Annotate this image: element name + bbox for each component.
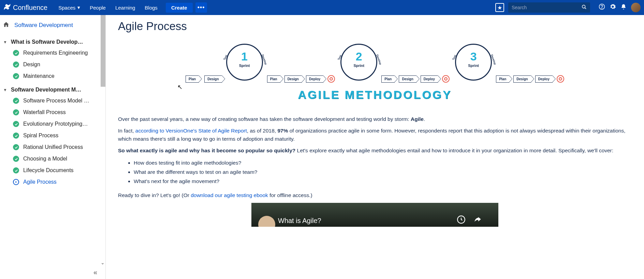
- search-input[interactable]: [512, 5, 582, 10]
- tree-section-what-is[interactable]: ▾ What is Software Develop…: [3, 39, 101, 45]
- step-design: Design: [204, 75, 222, 83]
- bullet-list: How does testing fit into agile methodol…: [134, 158, 632, 186]
- gear-icon: [610, 3, 616, 12]
- section-label: What is Software Develop…: [11, 39, 83, 45]
- check-circle-icon: [13, 109, 19, 115]
- check-circle-icon: [13, 73, 19, 79]
- sprint-cycle: 2SprintTestDevelop: [338, 42, 379, 83]
- step-deploy: Deploy: [421, 75, 438, 83]
- tree-page-item[interactable]: Spiral Process: [13, 130, 101, 141]
- section-label: Software Development M…: [11, 87, 81, 93]
- text: Ready to dive in? Let's go! (Or: [118, 192, 191, 198]
- check-circle-icon: [13, 61, 19, 68]
- share-icon[interactable]: [473, 215, 482, 225]
- tree-section-models[interactable]: ▾ Software Development M…: [3, 87, 101, 93]
- help-button[interactable]: [596, 2, 607, 13]
- collapse-sidebar-button[interactable]: «: [93, 268, 97, 276]
- tree-page-label: Design: [23, 61, 40, 68]
- nav-learning-label: Learning: [115, 5, 135, 11]
- confluence-icon: [3, 3, 11, 12]
- product-logo[interactable]: Confluence: [3, 3, 47, 12]
- bell-icon: [620, 4, 627, 12]
- chevron-down-icon: ▾: [3, 40, 8, 44]
- sprint-block: PlanDesign1SprintTestDevelopPlanDesignDe…: [186, 42, 335, 83]
- svg-line-1: [585, 8, 586, 9]
- tree-page-item[interactable]: Design: [13, 59, 101, 70]
- tree-page-item[interactable]: Choosing a Model: [13, 153, 101, 165]
- create-button[interactable]: Create: [166, 3, 193, 13]
- tree-page-item[interactable]: Agile Process: [13, 176, 101, 188]
- check-circle-icon: [13, 132, 19, 139]
- more-actions-button[interactable]: •••: [195, 2, 207, 13]
- hero-title: AGILE METHODOLOGY: [298, 88, 452, 101]
- page-title: Agile Process: [118, 20, 632, 33]
- download-link[interactable]: download our agile testing ebook: [191, 192, 268, 198]
- external-link[interactable]: according to VersionOne's State of Agile…: [135, 128, 247, 134]
- tree-page-item[interactable]: Waterfall Process: [13, 107, 101, 118]
- tree-page-label: Maintenance: [23, 73, 55, 79]
- step-plan: Plan: [496, 75, 509, 83]
- check-circle-icon: [13, 156, 19, 162]
- tree-page-item[interactable]: Rational Unified Process: [13, 141, 101, 153]
- text: Over the past several years, a new way o…: [118, 116, 411, 122]
- step-plan: Plan: [381, 75, 395, 83]
- tree-page-item[interactable]: Maintenance: [13, 70, 101, 82]
- sprint-number: 2: [338, 50, 379, 63]
- text: for offline access.): [268, 192, 312, 198]
- tree-page-label: Spiral Process: [23, 132, 58, 139]
- nav-spaces[interactable]: Spaces ▾: [54, 0, 85, 15]
- tree-page-label: Waterfall Process: [23, 109, 66, 115]
- user-avatar[interactable]: [631, 3, 641, 12]
- text-bold: 97%: [277, 128, 288, 134]
- chevron-down-icon: ▾: [77, 4, 80, 11]
- text-bold: So what exactly is agile and why has it …: [118, 148, 295, 153]
- check-circle-icon: [13, 50, 19, 56]
- star-icon: ★: [497, 4, 502, 11]
- chevron-down-icon[interactable]: ⌄: [101, 260, 105, 265]
- nav-blogs[interactable]: Blogs: [140, 0, 162, 15]
- home-icon[interactable]: [3, 21, 10, 29]
- favorite-button[interactable]: ★: [495, 3, 504, 12]
- tree-page-label: Evolutionary Prototyping…: [23, 121, 88, 127]
- video-embed[interactable]: What is Agile?: [251, 203, 498, 227]
- settings-button[interactable]: [607, 2, 618, 13]
- hero-diagram: PlanDesign1SprintTestDevelopPlanDesignDe…: [118, 42, 632, 101]
- sprint-steps: PlanDesignDeploy: [267, 75, 335, 83]
- tree-page-item[interactable]: Lifecycle Documents: [13, 165, 101, 176]
- sprint-steps: PlanDesignDeploy: [496, 75, 564, 83]
- tree-page-label: Rational Unified Process: [23, 144, 83, 150]
- text: , as of 2018,: [247, 128, 278, 134]
- target-icon: [327, 75, 335, 83]
- target-icon: [442, 75, 450, 83]
- tree-page-item[interactable]: Software Process Model …: [13, 95, 101, 107]
- text: In fact,: [118, 128, 135, 134]
- paragraph: Over the past several years, a new way o…: [118, 115, 632, 123]
- space-link[interactable]: Software Development: [14, 22, 73, 29]
- sprint-cycle: 3SprintTestDevelop: [453, 42, 494, 83]
- check-circle-icon: [13, 121, 19, 127]
- nav-spaces-label: Spaces: [58, 5, 75, 11]
- nav-learning[interactable]: Learning: [111, 0, 140, 15]
- watch-later-icon[interactable]: [457, 215, 466, 225]
- product-name: Confluence: [13, 4, 47, 12]
- notifications-button[interactable]: [618, 2, 629, 13]
- nav-people[interactable]: People: [85, 0, 111, 15]
- svg-point-3: [601, 8, 602, 8]
- tree-page-label: Choosing a Model: [23, 156, 67, 162]
- check-circle-icon: [13, 167, 19, 173]
- nav-blogs-label: Blogs: [145, 5, 158, 11]
- sprint-block: 2SprintTestDevelopPlanDesignDeploy: [338, 42, 450, 83]
- scrollbar-thumb[interactable]: [101, 15, 106, 87]
- bullet-item: How does testing fit into agile methodol…: [134, 158, 632, 167]
- nav-people-label: People: [90, 5, 106, 11]
- chevron-down-icon: ▾: [3, 87, 8, 92]
- sprint-block: 3SprintTestDevelopPlanDesignDeploy: [453, 42, 564, 83]
- tree-page-item[interactable]: Requirements Engineering: [13, 47, 101, 59]
- sprint-cycle: 1SprintTestDevelop: [224, 42, 265, 83]
- step-design: Design: [399, 75, 416, 83]
- step-design: Design: [284, 75, 302, 83]
- step-deploy: Deploy: [535, 75, 553, 83]
- search-icon: [582, 4, 587, 11]
- search-box[interactable]: [508, 2, 590, 13]
- tree-page-item[interactable]: Evolutionary Prototyping…: [13, 118, 101, 130]
